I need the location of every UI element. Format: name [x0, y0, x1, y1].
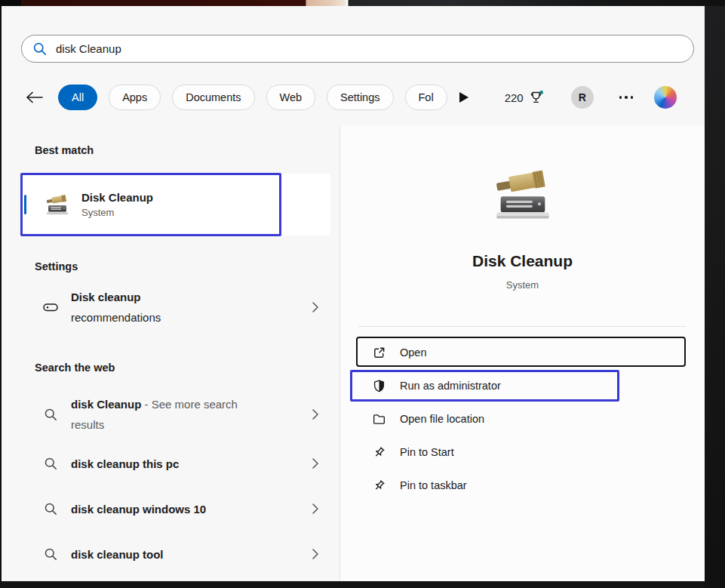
copilot-icon[interactable] [654, 86, 677, 109]
search-icon [41, 502, 60, 516]
chevron-right-icon [312, 302, 318, 312]
chevron-right-icon [312, 549, 318, 559]
web-result-text: disk cleanup tool [71, 544, 269, 565]
search-icon [41, 408, 60, 422]
game-pass-button[interactable] [459, 92, 468, 103]
desktop-bottom-sliver [0, 581, 705, 588]
web-result-tool[interactable]: disk cleanup tool [21, 531, 330, 577]
desktop-right-sliver [705, 6, 725, 588]
search-icon [41, 457, 60, 471]
web-result-windows-10[interactable]: disk cleanup windows 10 [21, 486, 330, 531]
action-open[interactable]: Open [340, 336, 705, 369]
cleanup-recommendations-icon [41, 298, 60, 316]
rewards-trophy-icon [529, 90, 544, 105]
search-input[interactable] [56, 42, 683, 55]
settings-result-text: Disk cleanup recommendations [71, 287, 269, 328]
app-subtitle: System [506, 279, 539, 291]
tab-folders[interactable]: Fol [405, 85, 447, 110]
action-run-as-administrator[interactable]: Run as administrator [340, 369, 705, 402]
results-list-panel: Best match Disk Cleanup System Settings [2, 125, 339, 581]
tab-all[interactable]: All [58, 85, 97, 110]
chevron-right-icon [312, 458, 318, 469]
rewards-points: 220 [505, 91, 524, 104]
web-result-text: disk cleanup this pc [71, 454, 269, 474]
open-external-icon [372, 346, 386, 360]
settings-result-disk-cleanup-recommendations[interactable]: Disk cleanup recommendations [21, 284, 330, 331]
disk-cleanup-icon [44, 192, 71, 217]
divider [358, 326, 687, 327]
best-match-text: Disk Cleanup System [81, 191, 153, 218]
back-arrow-icon [24, 91, 44, 104]
pin-icon [372, 445, 386, 460]
action-pin-to-start[interactable]: Pin to Start [340, 436, 705, 469]
search-bar[interactable] [21, 35, 694, 63]
selection-accent-bar [24, 195, 26, 214]
web-result-this-pc[interactable]: disk cleanup this pc [21, 441, 330, 486]
search-icon [41, 547, 60, 562]
chevron-right-icon [312, 503, 318, 514]
web-result-see-more[interactable]: disk Cleanup - See more search results [21, 388, 330, 441]
chevron-right-icon [312, 409, 318, 420]
filter-toolbar: All Apps Documents Web Settings Fol 220 [21, 82, 694, 113]
tab-settings[interactable]: Settings [327, 85, 393, 110]
result-detail-panel: Disk Cleanup System Open [339, 125, 705, 581]
best-match-title: Disk Cleanup [81, 191, 153, 204]
more-options-button[interactable] [615, 91, 638, 103]
tab-web[interactable]: Web [266, 85, 316, 110]
action-list: Open Run as administrator Open file [340, 336, 705, 502]
action-pin-to-taskbar[interactable]: Pin to taskbar [340, 469, 705, 502]
tab-apps[interactable]: Apps [109, 85, 161, 110]
tab-documents[interactable]: Documents [172, 85, 254, 110]
play-icon [459, 92, 468, 103]
best-match-heading: Best match [35, 143, 339, 157]
search-icon [32, 42, 48, 57]
rewards-button[interactable]: 220 [505, 90, 544, 105]
desktop-top-sliver [0, 0, 725, 6]
search-the-web-heading: Search the web [35, 361, 339, 374]
action-open-file-location[interactable]: Open file location [340, 402, 705, 436]
web-result-text: disk Cleanup - See more search results [71, 394, 269, 435]
disk-cleanup-icon-large [490, 165, 556, 224]
screenshot-root: All Apps Documents Web Settings Fol 220 [0, 0, 725, 588]
shield-icon [372, 379, 386, 393]
back-button[interactable] [21, 85, 47, 110]
more-icon [619, 96, 622, 99]
web-result-text: disk cleanup windows 10 [71, 499, 269, 519]
app-title: Disk Cleanup [472, 251, 573, 271]
settings-heading: Settings [35, 260, 339, 273]
folder-icon [372, 412, 386, 426]
best-match-result[interactable]: Disk Cleanup System [21, 174, 330, 236]
pin-icon [372, 479, 386, 493]
best-match-subtitle: System [81, 207, 153, 218]
search-flyout-window: All Apps Documents Web Settings Fol 220 [2, 6, 705, 581]
user-avatar[interactable]: R [571, 86, 594, 109]
results-area: Best match Disk Cleanup System Settings [2, 125, 705, 581]
